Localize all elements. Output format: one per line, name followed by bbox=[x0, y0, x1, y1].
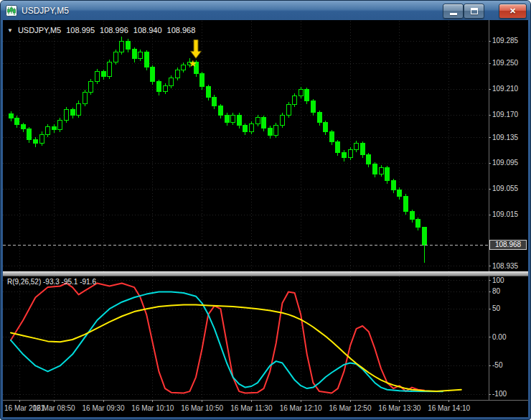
current-price-tag: 108.968 bbox=[489, 240, 527, 250]
time-axis-label: 16 Mar 13:30 bbox=[375, 404, 425, 412]
window-titlebar[interactable]: USDJPY,M5 ✕ bbox=[1, 1, 530, 20]
chart-expander-icon[interactable]: ▼ bbox=[7, 27, 13, 34]
time-axis-label: 16 Mar 08:50 bbox=[29, 404, 79, 412]
time-axis-label: 16 Mar 10:10 bbox=[128, 404, 178, 412]
ohlc-open: 108.995 bbox=[66, 26, 95, 34]
time-axis-label: 16 Mar 12:10 bbox=[276, 404, 326, 412]
price-axis-label: 109.250 bbox=[492, 59, 518, 67]
price-axis-label: 109.285 bbox=[492, 37, 518, 45]
indicator-axis-label: 50 bbox=[492, 304, 500, 313]
time-axis-label: 16 Mar 11:30 bbox=[226, 404, 276, 412]
price-axis-label: 109.170 bbox=[492, 111, 518, 119]
indicator-pane[interactable] bbox=[3, 276, 489, 400]
screen: USDJPY,M5 ✕ ★ ▼ USDJPY,M5 108.995 108.99… bbox=[0, 0, 531, 420]
price-axis-label: 108.935 bbox=[492, 262, 518, 271]
indicator-info: R(9,26,52) -93.3 -95.1 -91.6 bbox=[7, 278, 96, 286]
ohlc-low: 108.940 bbox=[133, 26, 162, 34]
chart-client-area: ★ ▼ USDJPY,M5 108.995 108.996 108.940 10… bbox=[3, 20, 528, 417]
close-icon: ✕ bbox=[509, 7, 516, 15]
window-title: USDJPY,M5 bbox=[22, 6, 69, 16]
minimize-button[interactable] bbox=[443, 4, 464, 19]
maximize-icon bbox=[471, 8, 478, 14]
ohlc-info: ▼ USDJPY,M5 108.995 108.996 108.940 108.… bbox=[7, 26, 195, 34]
time-axis-label: 16 Mar 14:10 bbox=[424, 404, 474, 412]
price-axis-label: 109.015 bbox=[492, 210, 518, 219]
chart-window-icon bbox=[6, 5, 17, 17]
price-axis-label: 109.095 bbox=[492, 159, 518, 167]
terminal-chart-window: USDJPY,M5 ✕ ★ ▼ USDJPY,M5 108.995 108.99… bbox=[0, 0, 531, 420]
ohlc-close: 108.968 bbox=[167, 26, 196, 34]
price-axis-label: 109.055 bbox=[492, 185, 518, 193]
indicator-axis-label: 80 bbox=[492, 287, 500, 296]
price-axis-label: 109.135 bbox=[492, 134, 518, 142]
main-chart-pane[interactable] bbox=[3, 20, 489, 271]
close-button[interactable]: ✕ bbox=[499, 4, 527, 19]
indicator-axis-label: 100 bbox=[492, 276, 504, 285]
ohlc-high: 108.996 bbox=[100, 26, 128, 34]
indicator-axis-label: -50 bbox=[492, 361, 502, 370]
time-axis[interactable]: 16 Mar 202116 Mar 08:5016 Mar 09:3016 Ma… bbox=[3, 400, 528, 417]
price-axis-label: 109.210 bbox=[492, 85, 518, 93]
time-axis-label: 16 Mar 09:30 bbox=[78, 404, 128, 412]
price-axis[interactable]: 109.285109.250109.210109.170109.135109.0… bbox=[489, 20, 528, 400]
indicator-axis-label: -100 bbox=[492, 390, 507, 398]
pane-splitter[interactable] bbox=[3, 271, 528, 276]
ohlc-symbol: USDJPY,M5 bbox=[18, 26, 61, 34]
maximize-button[interactable] bbox=[464, 4, 484, 19]
time-axis-label: 16 Mar 12:50 bbox=[325, 404, 375, 412]
indicator-axis-label: 0.00 bbox=[492, 333, 506, 342]
minimize-icon bbox=[450, 13, 457, 15]
time-axis-label: 16 Mar 10:50 bbox=[177, 404, 227, 412]
